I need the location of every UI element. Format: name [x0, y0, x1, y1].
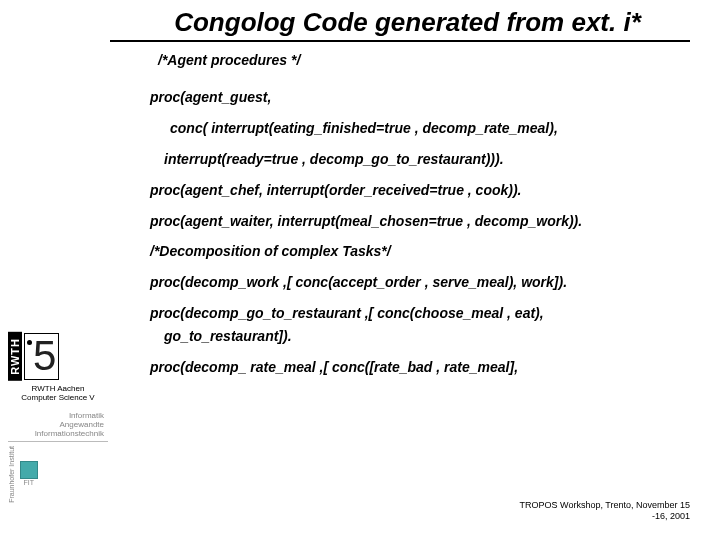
footer: TROPOS Workshop, Trento, November 15 -16… — [520, 500, 690, 522]
i5-number: 5 — [33, 337, 56, 375]
code-line: proc(decomp_work ,[ conc(accept_order , … — [150, 273, 690, 292]
code-line: proc(agent_waiter, interrupt(meal_chosen… — [150, 212, 690, 231]
rwth-label-line1: RWTH Aachen — [32, 384, 85, 393]
dot-icon — [27, 340, 32, 345]
rwth-label: RWTH Aachen Computer Science V — [8, 385, 108, 403]
rwth-label-line2: Computer Science V — [21, 393, 94, 402]
fit-square-icon — [20, 461, 38, 479]
slide-title: Congolog Code generated from ext. i* — [115, 8, 700, 38]
rwth-i5-logo: RWTH 5 — [8, 332, 108, 381]
code-line: /*Decomposition of complex Tasks*/ — [150, 242, 690, 261]
code-line: go_to_restaurant]). — [150, 327, 690, 346]
informatik-l2: Angewandte — [60, 420, 104, 429]
code-line: conc( interrupt(eating_finished=true , d… — [150, 119, 690, 138]
fraunhofer-l2: Institut — [8, 446, 15, 467]
rwth-bar: RWTH — [8, 332, 22, 381]
title-block: Congolog Code generated from ext. i* — [115, 8, 700, 42]
sidebar-logos: RWTH 5 RWTH Aachen Computer Science V In… — [8, 332, 108, 503]
fraunhofer-l1: Fraunhofer — [8, 468, 15, 502]
code-line: proc(agent_guest, — [150, 88, 690, 107]
title-rule — [110, 40, 690, 42]
body-text: proc(agent_guest, conc( interrupt(eating… — [150, 88, 690, 389]
code-line: proc(decomp_go_to_restaurant ,[ conc(cho… — [150, 304, 690, 323]
informatik-l1: Informatik — [69, 411, 104, 420]
fraunhofer-text: Fraunhofer Institut — [8, 446, 16, 503]
code-line: interrupt(ready=true , decomp_go_to_rest… — [150, 150, 690, 169]
informatik-l3: Informationstechnik — [35, 429, 104, 438]
fit-block: FIT — [20, 461, 38, 487]
footer-line2: -16, 2001 — [652, 511, 690, 521]
code-line: proc(agent_chef, interrupt(order_receive… — [150, 181, 690, 200]
i5-box: 5 — [24, 333, 59, 380]
slide: Congolog Code generated from ext. i* /*A… — [0, 0, 720, 540]
fit-label: FIT — [20, 479, 38, 487]
fraunhofer-label: Fraunhofer Institut FIT — [8, 446, 108, 503]
subtitle-comment: /*Agent procedures */ — [158, 52, 300, 68]
footer-line1: TROPOS Workshop, Trento, November 15 — [520, 500, 690, 510]
code-line: proc(decomp_ rate_meal ,[ conc([rate_bad… — [150, 358, 690, 377]
informatik-label: Informatik Angewandte Informationstechni… — [8, 412, 108, 441]
